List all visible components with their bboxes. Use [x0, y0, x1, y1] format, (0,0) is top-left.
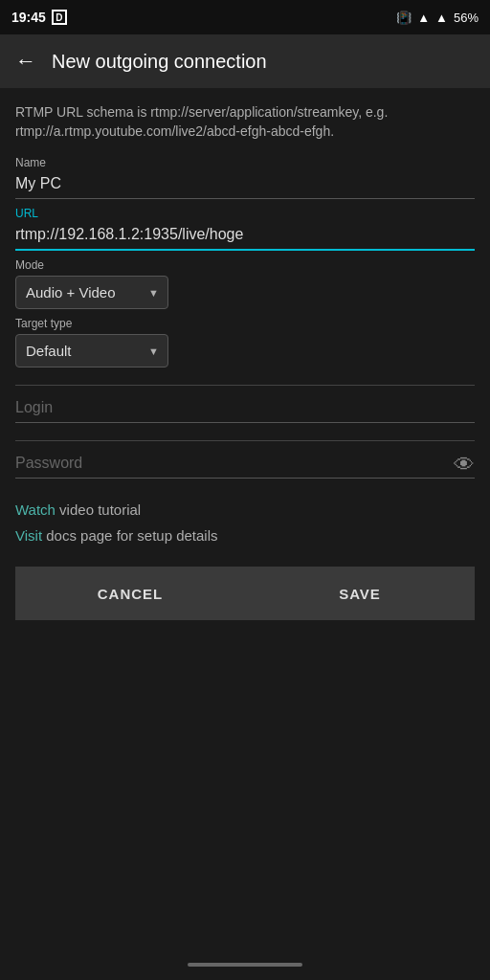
toggle-password-button[interactable]: 👁 [454, 453, 475, 478]
mode-dropdown[interactable]: Audio + Video Audio only Video only [15, 276, 168, 309]
watch-link-suffix: video tutorial [56, 501, 141, 518]
battery-display: 56% [454, 11, 479, 25]
status-bar-left: 19:45 D [11, 10, 67, 25]
cancel-button[interactable]: CANCEL [15, 567, 245, 620]
target-type-label: Target type [15, 317, 475, 330]
form-content: RTMP URL schema is rtmp://server/applica… [0, 88, 490, 949]
visit-link[interactable]: Visit [15, 527, 42, 544]
password-field-group: 👁 [15, 451, 475, 479]
password-input[interactable] [15, 451, 475, 479]
mode-dropdown-wrapper: Audio + Video Audio only Video only [15, 276, 168, 309]
status-bar-right: 📳 ▲ ▲ 56% [396, 11, 479, 25]
links-section: Watch video tutorial Visit docs page for… [15, 501, 475, 544]
watch-link-line: Watch video tutorial [15, 501, 475, 518]
url-field-group: URL [15, 207, 475, 251]
divider-1 [15, 385, 475, 386]
time-display: 19:45 [11, 10, 46, 25]
password-row: 👁 [15, 451, 475, 479]
mode-label: Mode [15, 258, 475, 272]
name-input[interactable] [15, 171, 475, 199]
home-bar [0, 949, 490, 980]
page-title: New outgoing connection [52, 51, 267, 73]
visit-link-suffix: docs page for setup details [42, 527, 217, 544]
visit-link-line: Visit docs page for setup details [15, 527, 475, 544]
status-bar: 19:45 D 📳 ▲ ▲ 56% [0, 0, 490, 34]
notification-icon: D [52, 10, 67, 25]
mode-field-group: Mode Audio + Video Audio only Video only [15, 258, 475, 309]
home-indicator [188, 963, 302, 967]
target-type-field-group: Target type Default Custom [15, 317, 475, 368]
target-type-dropdown[interactable]: Default Custom [15, 334, 168, 368]
wifi-icon: ▲ [417, 11, 430, 25]
vibrate-icon: 📳 [396, 11, 412, 25]
url-input[interactable] [15, 222, 475, 251]
name-field-group: Name [15, 156, 475, 199]
button-row: CANCEL SAVE [15, 567, 475, 620]
toolbar: ← New outgoing connection [0, 34, 490, 88]
login-field-group [15, 395, 475, 423]
info-description: RTMP URL schema is rtmp://server/applica… [15, 103, 475, 141]
save-button[interactable]: SAVE [245, 567, 475, 620]
watch-link[interactable]: Watch [15, 501, 56, 518]
login-input[interactable] [15, 395, 475, 423]
name-label: Name [15, 156, 475, 169]
divider-2 [15, 440, 475, 441]
back-button[interactable]: ← [15, 49, 36, 74]
url-label: URL [15, 207, 475, 220]
signal-icon: ▲ [435, 11, 448, 25]
target-type-dropdown-wrapper: Default Custom [15, 334, 168, 368]
